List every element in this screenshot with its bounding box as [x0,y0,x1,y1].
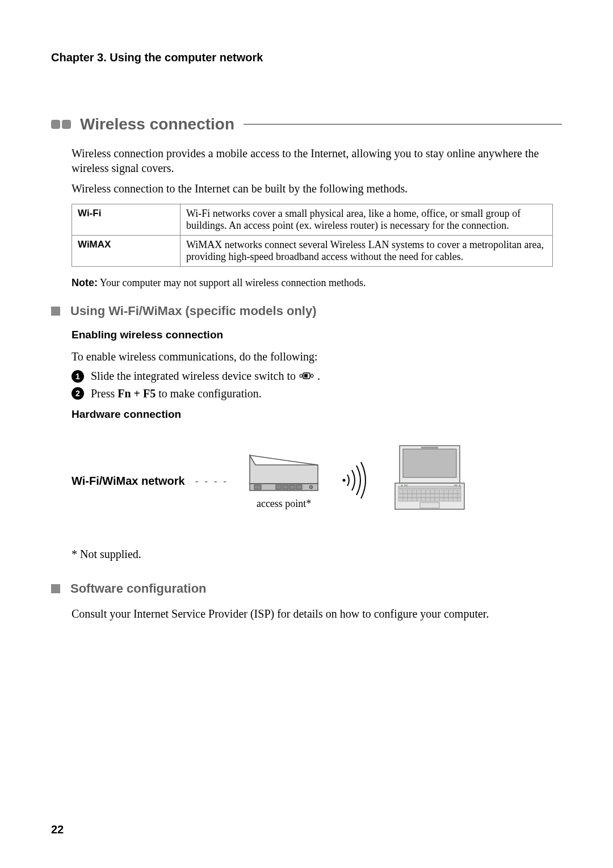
svg-rect-3 [304,374,308,378]
wifi-desc-cell: Wi-Fi networks cover a small physical ar… [180,204,553,236]
svg-rect-37 [404,484,408,486]
wireless-switch-icon [299,371,314,384]
hardware-heading: Hardware connection [72,408,562,421]
step-number-1-icon: 1 [72,370,84,383]
note-label: Note: [72,277,98,288]
table-row: WiMAX WiMAX networks connect several Wir… [72,236,553,267]
wimax-name-cell: WiMAX [72,236,180,267]
svg-rect-9 [283,485,288,489]
svg-rect-8 [276,485,282,489]
step-list: 1 Slide the integrated wireless device s… [72,370,562,400]
svg-rect-19 [398,490,461,493]
subsection-software-config: Software configuration [51,581,562,596]
svg-rect-15 [403,449,456,477]
section-bullet-icon [51,119,71,130]
svg-rect-21 [398,498,461,501]
section-rule [243,124,562,125]
subsection-using-wifi: Using Wi-Fi/WiMax (specific models only) [51,304,562,318]
laptop-icon [387,443,472,519]
step-number-2-icon: 2 [72,387,84,400]
enabling-intro: To enable wireless communications, do th… [72,349,562,364]
section-title: Wireless connection [80,115,234,133]
svg-point-13 [343,479,346,481]
section-intro-2: Wireless connection to the Internet can … [72,181,562,196]
svg-rect-1 [62,120,71,129]
enabling-heading: Enabling wireless connection [72,329,562,341]
dashes-icon: - - - - [195,475,228,487]
svg-rect-11 [296,485,302,489]
svg-point-12 [309,485,313,489]
step-2-text-pre: Press [91,387,117,400]
fn-f5-key: Fn + F5 [117,387,156,400]
svg-rect-0 [51,120,60,129]
step-1-text-post: . [317,370,320,382]
square-bullet-icon [51,307,60,316]
subsection-title: Software configuration [70,581,207,596]
note-text: Your computer may not support all wirele… [98,277,366,288]
hardware-diagram: Wi-Fi/WiMax network - - - - access point… [72,443,562,519]
step-2: 2 Press Fn + F5 to make configuration. [72,387,562,400]
step-1-text-pre: Slide the integrated wireless device swi… [91,370,299,382]
page-number: 22 [51,823,64,836]
software-config-text: Consult your Internet Service Provider (… [72,606,562,621]
wifi-name-cell: Wi-Fi [72,204,180,236]
subsection-title: Using Wi-Fi/WiMax (specific models only) [70,304,317,318]
section-intro-1: Wireless connection provides a mobile ac… [72,146,562,175]
step-2-text-post: to make configuration. [156,387,262,400]
svg-point-36 [401,484,403,486]
section-heading-row: Wireless connection [51,115,562,133]
svg-line-5 [250,455,318,465]
svg-rect-18 [398,487,461,489]
chapter-header: Chapter 3. Using the computer network [51,51,562,64]
svg-marker-4 [250,455,318,484]
note-line: Note: Your computer may not support all … [72,277,562,289]
svg-rect-35 [420,502,439,508]
svg-rect-38 [454,484,457,486]
svg-rect-10 [289,485,295,489]
square-bullet-icon [51,584,60,593]
svg-point-39 [459,484,461,486]
table-row: Wi-Fi Wi-Fi networks cover a small physi… [72,204,553,236]
wifi-wimax-label: Wi-Fi/WiMax network [72,475,185,488]
access-point-icon [244,484,324,494]
access-point-caption: access point* [244,498,324,510]
svg-rect-20 [398,494,461,497]
svg-rect-7 [254,485,261,489]
wireless-signal-icon [337,458,371,505]
footnote: * Not supplied. [72,548,562,561]
wimax-desc-cell: WiMAX networks connect several Wireless … [180,236,553,267]
wireless-methods-table: Wi-Fi Wi-Fi networks cover a small physi… [72,204,553,267]
step-1: 1 Slide the integrated wireless device s… [72,370,562,384]
svg-rect-16 [421,447,438,448]
